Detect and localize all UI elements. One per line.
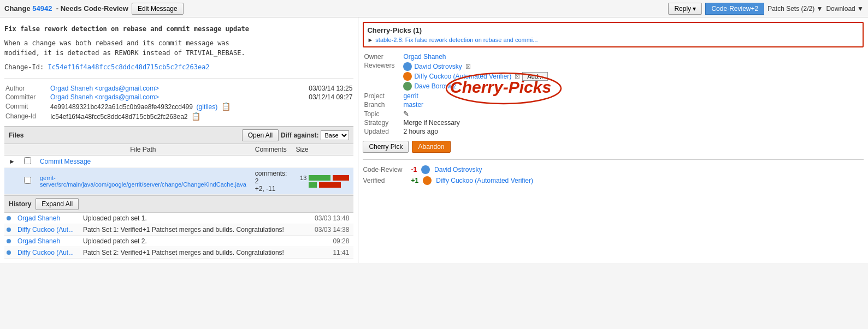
abandon-button[interactable]: Abandon [412, 141, 450, 153]
commit-size [291, 155, 353, 168]
comments-label: comments: 2 [255, 170, 287, 185]
committer-value: Orgad Shaneh <orgads@gmail.com> [50, 93, 293, 101]
action-buttons: Cherry Pick Abandon [363, 141, 864, 153]
right-panel: Cherry-Picks (1) ► stable-2.8: Fix false… [358, 17, 868, 263]
reviewer-item: David Ostrovsky ☒ [403, 62, 863, 71]
commit-hash: 4e991489321bc422a61d5c0b9ae8fe4932ccd499 [50, 103, 193, 111]
owner-value: Orgad Shaneh [403, 53, 863, 61]
expand-all-button[interactable]: Expand All [36, 198, 79, 210]
owner-link[interactable]: Orgad Shaneh [403, 53, 446, 61]
files-section: Files Open All Diff against: Base File P… [4, 126, 353, 195]
edit-message-button[interactable]: Edit Message [132, 3, 184, 15]
history-section: History Expand All Orgad Shaneh Uploaded… [4, 195, 353, 259]
reviewer-link[interactable]: David Ostrovsky [414, 63, 462, 70]
updated-value: 2 hours ago [403, 128, 863, 135]
avatar [403, 62, 412, 71]
table-row: ► Commit Message [4, 155, 353, 168]
cherry-pick-link[interactable]: stable-2.8: Fix false rework detection o… [375, 37, 538, 43]
reviewer-link[interactable]: Diffy Cuckoo (Automated Verifier) [414, 73, 511, 80]
col-size-header: Size [291, 144, 353, 155]
copy-icon2[interactable]: 📋 [191, 112, 200, 121]
code-review-score: -1 [411, 166, 417, 174]
file-size: 13 [291, 168, 353, 195]
committer-date: 03/12/14 09:27 [294, 93, 353, 101]
remove-reviewer-button[interactable]: ☒ [465, 63, 471, 70]
history-dot [7, 239, 11, 243]
topic-row: Topic ✎ [364, 110, 863, 118]
main-content: Fix false rework detection on rebase and… [0, 17, 868, 263]
change-title: Change 54942 - Needs Code-Review [4, 4, 128, 13]
history-author[interactable]: Orgad Shaneh [13, 236, 79, 247]
reviewers-row: Reviewers David Ostrovsky ☒ Diffy Cuckoo… [364, 62, 863, 91]
edit-topic-icon[interactable]: ✎ [403, 110, 409, 118]
strategy-label: Strategy [364, 119, 402, 127]
add-reviewer-button[interactable]: Add... [522, 72, 548, 81]
change-id-label: Change-Id: [4, 63, 44, 71]
cherry-pick-button[interactable]: Cherry Pick [363, 141, 409, 153]
files-header-row: File Path Comments Size [4, 144, 353, 155]
cherry-pick-item[interactable]: ► stable-2.8: Fix false rework detection… [367, 37, 859, 43]
avatar [403, 72, 412, 81]
history-dot [7, 216, 11, 220]
change-id-link[interactable]: Ic54ef16f4a48fcc5c8ddc48d715cb5c2fc263ea… [48, 63, 209, 71]
reviewer-link[interactable]: Dave Borowitz [414, 82, 456, 90]
download-label[interactable]: Download ▼ [826, 5, 864, 13]
project-link[interactable]: gerrit [403, 92, 418, 100]
owner-table: Owner Orgad Shaneh Reviewers David Ostro… [363, 52, 864, 136]
history-author[interactable]: Diffy Cuckoo (Aut... [13, 224, 79, 236]
files-table: File Path Comments Size ► Commit Message [4, 144, 353, 195]
patch-sets-label[interactable]: Patch Sets (2/2) ▼ [767, 5, 823, 13]
open-all-button[interactable]: Open All [242, 129, 279, 141]
cherry-pick-arrow: ► [367, 37, 373, 43]
commit-message: Fix false rework detection on rebase and… [4, 22, 353, 74]
expand-cell[interactable]: ► [4, 155, 20, 168]
changeid-label: Change-Id [5, 112, 49, 121]
avatar [421, 165, 430, 174]
gitiles-link[interactable]: (gitiles) [197, 103, 218, 111]
commit-label: Commit [5, 102, 49, 111]
commit-message-cell[interactable]: Commit Message [36, 155, 251, 168]
file-checkbox2[interactable] [24, 177, 31, 184]
verified-user-link[interactable]: Diffy Cuckoo (Automated Verifier) [436, 177, 533, 184]
changeid-value: Ic54ef16f4a48fcc5c8ddc48d715cb5c2fc263ea… [50, 113, 188, 121]
branch-link[interactable]: master [403, 101, 423, 109]
copy-icon[interactable]: 📋 [221, 102, 231, 111]
history-dot [7, 250, 11, 255]
diff-against-select[interactable]: Base [321, 130, 349, 140]
top-bar: Change 54942 - Needs Code-Review Edit Me… [0, 0, 868, 17]
checkbox-cell2[interactable] [20, 168, 36, 195]
history-author[interactable]: Diffy Cuckoo (Aut... [13, 247, 79, 259]
history-message: Patch Set 1: Verified+1 Patchset merges … [79, 224, 306, 236]
reply-button[interactable]: Reply ▾ [668, 3, 702, 15]
expand-cell2 [4, 168, 20, 195]
committer-link[interactable]: Orgad Shaneh <orgads@gmail.com> [50, 93, 159, 101]
reviewers-label: Reviewers [364, 62, 402, 91]
col-checkbox [20, 144, 36, 155]
avatar [423, 176, 432, 185]
files-header-right: Open All Diff against: Base [242, 129, 350, 141]
remove-reviewer-button[interactable]: ☒ [515, 73, 520, 80]
updated-row: Updated 2 hours ago [364, 128, 863, 135]
code-review-user-link[interactable]: David Ostrovsky [434, 166, 482, 174]
file-path-cell[interactable]: gerrit-server/src/main/java/com/google/g… [36, 168, 251, 195]
history-time: 09:28 [306, 236, 353, 247]
branch-value: master [403, 101, 863, 109]
checkbox-cell[interactable] [20, 155, 36, 168]
change-number[interactable]: 54942 [32, 4, 52, 13]
top-bar-left: Change 54942 - Needs Code-Review Edit Me… [4, 3, 668, 15]
history-author[interactable]: Orgad Shaneh [13, 213, 79, 224]
commit-row: Commit 4e991489321bc422a61d5c0b9ae8fe493… [5, 102, 352, 111]
col-comments-header: Comments [251, 144, 292, 155]
history-message: Uploaded patch set 2. [79, 236, 306, 247]
left-panel: Fix false rework detection on rebase and… [0, 17, 358, 263]
project-row: Project gerrit [364, 92, 863, 100]
topic-label: Topic [364, 110, 402, 118]
history-header: History Expand All [4, 196, 353, 213]
code-review-button[interactable]: Code-Review+2 [705, 3, 764, 15]
file-checkbox[interactable] [24, 157, 31, 164]
topic-value: ✎ [403, 110, 863, 118]
diff-against-label: Diff against: [281, 131, 318, 139]
updated-label: Updated [364, 128, 402, 135]
author-link[interactable]: Orgad Shaneh <orgads@gmail.com> [50, 85, 159, 92]
size-num: 13 [296, 175, 306, 181]
